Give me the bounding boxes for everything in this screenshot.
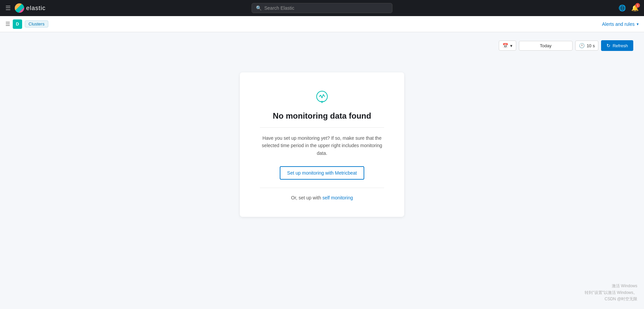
card-description: Have you set up monitoring yet? If so, m… xyxy=(260,134,384,157)
nav-left: ☰ elastic xyxy=(5,3,46,13)
calendar-chevron-icon: ▾ xyxy=(510,43,513,48)
date-range-button[interactable]: Today xyxy=(519,41,573,51)
alerts-rules-link[interactable]: Alerts and rules xyxy=(602,21,635,27)
refresh-button[interactable]: ↻ Refresh xyxy=(601,40,633,51)
refresh-label: Refresh xyxy=(612,43,628,48)
no-monitoring-card: No monitoring data found Have you set up… xyxy=(240,72,404,217)
calendar-picker-button[interactable]: 📅 ▾ xyxy=(499,41,516,51)
nav-right: 🌐 🔔 1 xyxy=(619,4,639,12)
nav-search-center: 🔍 Search Elastic xyxy=(252,3,392,13)
notification-badge: 1 xyxy=(635,3,640,8)
search-icon: 🔍 xyxy=(256,5,262,11)
self-monitor-prefix-text: Or, set up with xyxy=(291,195,322,200)
watermark-line3: CSDN @时空无限 xyxy=(585,296,637,302)
time-interval-button[interactable]: 🕐 10 s xyxy=(575,41,599,51)
hamburger-menu-icon[interactable]: ☰ xyxy=(5,4,11,12)
toolbar: 📅 ▾ Today 🕐 10 s ↻ Refresh xyxy=(11,40,633,51)
refresh-icon: ↻ xyxy=(606,43,610,48)
calendar-icon: 📅 xyxy=(502,43,508,48)
clusters-breadcrumb[interactable]: Clusters xyxy=(25,20,48,27)
search-bar[interactable]: 🔍 Search Elastic xyxy=(252,3,392,13)
clock-icon: 🕐 xyxy=(579,43,585,48)
windows-watermark: 激活 Windows 转到"设置"以激活 Windows。 CSDN @时空无限 xyxy=(585,283,637,302)
elastic-logo-icon xyxy=(15,3,24,13)
self-monitoring-link[interactable]: self monitoring xyxy=(322,195,353,200)
card-divider-top xyxy=(260,127,384,128)
card-container: No monitoring data found Have you set up… xyxy=(11,59,633,217)
alerts-rules-chevron-icon[interactable]: ▾ xyxy=(637,22,639,26)
elastic-logo[interactable]: elastic xyxy=(15,3,46,13)
setup-monitoring-button[interactable]: Set up monitoring with Metricbeat xyxy=(280,166,364,180)
card-divider-bottom xyxy=(260,188,384,188)
card-title: No monitoring data found xyxy=(273,111,371,121)
globe-icon[interactable]: 🌐 xyxy=(619,4,626,12)
elastic-logo-text: elastic xyxy=(26,5,46,12)
secondary-navigation: ☰ D Clusters Alerts and rules ▾ xyxy=(0,16,644,32)
search-placeholder-text: Search Elastic xyxy=(264,5,294,11)
main-content: 📅 ▾ Today 🕐 10 s ↻ Refresh No monitoring… xyxy=(0,32,644,309)
secondary-hamburger-icon[interactable]: ☰ xyxy=(5,21,10,27)
time-interval-value: 10 s xyxy=(587,43,595,48)
user-avatar[interactable]: D xyxy=(13,19,22,29)
secondary-nav-right: Alerts and rules ▾ xyxy=(602,21,639,27)
notification-bell-icon[interactable]: 🔔 1 xyxy=(631,4,639,12)
watermark-line1: 激活 Windows xyxy=(585,283,637,289)
secondary-nav-left: ☰ D Clusters xyxy=(5,19,48,29)
top-navigation: ☰ elastic 🔍 Search Elastic 🌐 🔔 1 xyxy=(0,0,644,16)
monitor-icon xyxy=(314,88,330,106)
watermark-line2: 转到"设置"以激活 Windows。 xyxy=(585,290,637,296)
self-monitor-section: Or, set up with self monitoring xyxy=(291,195,353,201)
